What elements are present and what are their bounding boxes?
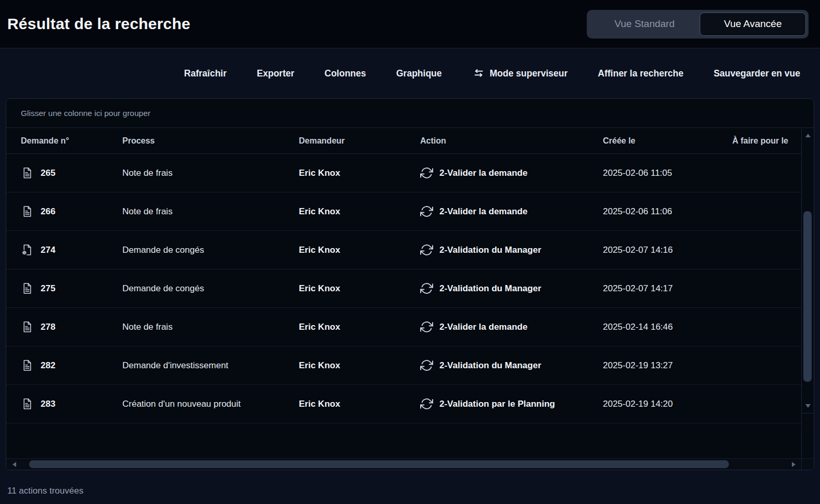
requester-cell: Eric Knox <box>299 283 420 294</box>
sync-arrows-icon <box>420 320 433 333</box>
document-gear-icon <box>21 243 34 256</box>
request-number: 275 <box>41 283 55 294</box>
action-label: 2-Valider la demande <box>439 206 527 217</box>
horizontal-scrollbar-track[interactable] <box>22 459 786 470</box>
view-standard-button[interactable]: Vue Standard <box>589 12 700 36</box>
scroll-down-button[interactable] <box>802 399 814 412</box>
action-cell: 2-Valider la demande <box>420 166 603 179</box>
table-row[interactable]: 282 Demande d'investissement Eric Knox 2… <box>6 346 801 385</box>
scroll-left-button[interactable] <box>6 459 22 470</box>
column-header-process[interactable]: Process <box>122 136 299 146</box>
chevron-down-icon <box>805 404 811 408</box>
column-header-demande-n[interactable]: Demande n° <box>21 136 122 146</box>
created-cell: 2025-02-14 16:46 <box>603 322 731 332</box>
requester-cell: Eric Knox <box>299 206 420 217</box>
columns-button[interactable]: Colonnes <box>324 68 366 79</box>
column-header-a-faire-pour-le[interactable]: À faire pour le <box>731 136 788 146</box>
request-number: 274 <box>41 245 55 255</box>
supervisor-mode-label: Mode superviseur <box>490 68 568 79</box>
process-cell: Note de frais <box>122 322 299 332</box>
request-number: 282 <box>41 360 55 371</box>
created-cell: 2025-02-07 14:17 <box>603 283 731 294</box>
sync-arrows-icon <box>420 359 433 372</box>
request-number-cell: 278 <box>21 320 122 333</box>
request-number: 283 <box>41 399 55 409</box>
horizontal-scrollbar[interactable] <box>6 458 814 470</box>
request-number-cell: 274 <box>21 243 122 256</box>
process-cell: Création d'un nouveau produit <box>122 399 299 409</box>
group-drop-zone[interactable]: Glisser une colonne ici pour grouper <box>6 99 814 128</box>
created-cell: 2025-02-06 11:05 <box>603 168 731 178</box>
table-row[interactable]: 275 Demande de congés Eric Knox 2-Valida… <box>6 269 801 308</box>
document-icon <box>21 359 34 372</box>
save-view-button[interactable]: Sauvegarder en vue <box>714 68 800 79</box>
requester-cell: Eric Knox <box>299 168 420 178</box>
view-advanced-button[interactable]: Vue Avancée <box>700 12 806 36</box>
table-row[interactable]: 265 Note de frais Eric Knox 2-Valider la… <box>6 154 801 192</box>
action-cell: 2-Validation par le Planning <box>420 397 603 410</box>
action-label: 2-Validation du Manager <box>439 245 541 255</box>
view-toggle: Vue Standard Vue Avancée <box>587 10 809 38</box>
vertical-scrollbar[interactable] <box>801 128 814 458</box>
toolbar: Rafraîchir Exporter Colonnes Graphique M… <box>0 48 820 98</box>
table-row[interactable]: 278 Note de frais Eric Knox 2-Valider la… <box>6 308 801 346</box>
vertical-scrollbar-thumb[interactable] <box>803 211 812 382</box>
sync-arrows-icon <box>420 166 433 179</box>
sync-arrows-icon <box>420 243 433 256</box>
empty-rows-area <box>6 423 801 458</box>
results-panel: Glisser une colonne ici pour grouper Dem… <box>6 98 814 470</box>
action-cell: 2-Validation du Manager <box>420 282 603 295</box>
horizontal-scrollbar-thumb[interactable] <box>29 460 729 468</box>
created-cell: 2025-02-07 14:16 <box>603 245 731 255</box>
table-row[interactable]: 283 Création d'un nouveau produit Eric K… <box>6 385 801 423</box>
document-icon <box>21 320 34 333</box>
action-label: 2-Valider la demande <box>439 168 527 178</box>
action-label: 2-Validation du Manager <box>439 283 541 294</box>
results-count: 11 actions trouvées <box>7 486 820 496</box>
document-icon <box>21 166 34 179</box>
requester-cell: Eric Knox <box>299 322 420 332</box>
refine-search-button[interactable]: Affiner la recherche <box>598 68 683 79</box>
action-cell: 2-Valider la demande <box>420 320 603 333</box>
created-cell: 2025-02-06 11:06 <box>603 206 731 217</box>
action-label: 2-Validation du Manager <box>439 360 541 371</box>
action-label: 2-Validation par le Planning <box>439 399 555 409</box>
scrollbar-corner <box>801 459 814 470</box>
process-cell: Demande de congés <box>122 245 299 255</box>
column-header-action[interactable]: Action <box>420 136 603 146</box>
page-title: Résultat de la recherche <box>7 15 191 33</box>
chart-button[interactable]: Graphique <box>396 68 442 79</box>
group-hint: Glisser une colonne ici pour grouper <box>21 109 150 118</box>
document-icon <box>21 282 34 295</box>
process-cell: Note de frais <box>122 206 299 217</box>
request-number: 278 <box>41 322 55 332</box>
requester-cell: Eric Knox <box>299 245 420 255</box>
refresh-button[interactable]: Rafraîchir <box>184 68 227 79</box>
action-cell: 2-Validation du Manager <box>420 359 603 372</box>
column-header-creee-le[interactable]: Créée le <box>603 136 731 146</box>
sync-arrows-icon <box>420 282 433 295</box>
process-cell: Demande d'investissement <box>122 360 299 371</box>
supervisor-mode-button[interactable]: Mode superviseur <box>472 67 568 80</box>
scrollbar-divider <box>802 413 814 413</box>
swap-arrows-icon <box>472 67 485 80</box>
column-header-demandeur[interactable]: Demandeur <box>299 136 420 146</box>
request-number-cell: 282 <box>21 359 122 372</box>
sync-arrows-icon <box>420 205 433 218</box>
table-row[interactable]: 274 Demande de congés Eric Knox 2-Valida… <box>6 231 801 269</box>
request-number-cell: 266 <box>21 205 122 218</box>
table-row[interactable]: 266 Note de frais Eric Knox 2-Valider la… <box>6 192 801 231</box>
request-number-cell: 265 <box>21 166 122 179</box>
chevron-right-icon <box>792 462 796 467</box>
chevron-left-icon <box>12 462 16 467</box>
scroll-up-button[interactable] <box>802 129 814 141</box>
created-cell: 2025-02-19 13:27 <box>603 360 731 371</box>
process-cell: Note de frais <box>122 168 299 178</box>
scroll-right-button[interactable] <box>786 459 801 470</box>
app-header: Résultat de la recherche Vue Standard Vu… <box>0 0 820 48</box>
table-main: Demande n° Process Demandeur Action Créé… <box>6 128 814 458</box>
table-content: Demande n° Process Demandeur Action Créé… <box>6 128 801 458</box>
request-number-cell: 275 <box>21 282 122 295</box>
created-cell: 2025-02-19 14:20 <box>603 399 731 409</box>
export-button[interactable]: Exporter <box>257 68 294 79</box>
